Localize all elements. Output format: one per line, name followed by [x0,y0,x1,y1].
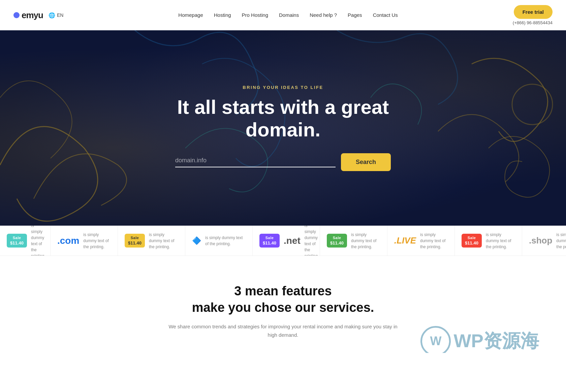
globe-icon: 🌐 [49,12,55,19]
domain-ext-live: .LIVE [394,235,416,246]
nav-hosting[interactable]: Hosting [214,12,231,18]
domain-desc-net: is simply dummy text of the printing. [305,226,319,256]
sale-badge-2: Sale $11.40 [125,234,145,248]
nav-need-help[interactable]: Need help ? [310,12,337,18]
navbar-left: emyu 🌐 EN [13,10,63,21]
features-section: 3 mean features make you chose our servi… [0,256,566,353]
lang-label: EN [57,12,63,18]
hero-content: BRING YOUR IDEAS TO LIFE It all starts w… [0,85,566,171]
domain-card-live[interactable]: .LIVE is simply dummy text of the printi… [387,226,455,256]
domain-card-partial3[interactable]: Sale $11.40 is simply dummy text of the … [320,226,387,256]
co-icon: 🔷 [192,236,201,245]
wp-circle-icon: W [420,326,451,353]
domain-desc-live: is simply dummy text of the printing. [420,232,448,250]
free-trial-button[interactable]: Free trial [514,5,553,19]
phone-number: (+866) 96-88554434 [513,20,553,25]
navbar: emyu 🌐 EN Homepage Hosting Pro Hosting D… [0,0,566,30]
logo[interactable]: emyu [13,10,43,21]
nav-domains[interactable]: Domains [279,12,299,18]
domain-ext-com: .com [57,235,79,246]
search-input-wrap [175,157,336,167]
sale-badge-red: Sale $11.40 [462,234,482,248]
features-title: 3 mean features make you chose our servi… [13,283,553,316]
domain-card-partial2[interactable]: Sale $11.40 is simply dummy text of the … [118,226,185,256]
nav-homepage[interactable]: Homepage [178,12,203,18]
navbar-right: Free trial (+866) 96-88554434 [513,5,553,25]
domain-desc-1: is simply dummy text of the printing. [31,226,45,256]
language-button[interactable]: 🌐 EN [49,12,63,19]
wp-watermark: W WP资源海 [420,326,539,353]
sale-badge-1: Sale $11.40 [7,234,27,248]
domain-desc-com: is simply dummy text of the printing. [83,232,111,250]
hero-title-line1: It all starts with a great [177,96,389,118]
domain-card-net[interactable]: Sale $11.40 .net is simply dummy text of… [253,226,320,256]
sale-badge-green: Sale $11.40 [327,234,347,248]
features-title-line1: 3 mean features [234,284,332,298]
search-button[interactable]: Search [341,153,391,171]
domain-strip: Sale $11.40 is simply dummy text of the … [0,226,566,256]
domain-desc-shop: is simply dummy text of the printing. [556,232,566,250]
hero-section: BRING YOUR IDEAS TO LIFE It all starts w… [0,30,566,226]
search-bar: Search [175,153,391,171]
features-description: We share common trends and strategies fo… [165,322,401,339]
domain-desc-partial3: is simply dummy text of the printing. [351,232,380,250]
nav-pages[interactable]: Pages [348,12,362,18]
domain-card-com[interactable]: .com is simply dummy text of the printin… [51,226,118,256]
sale-badge-net: Sale $11.40 [259,234,280,248]
features-title-line2: make you chose our services. [192,300,374,315]
hero-subtitle: BRING YOUR IDEAS TO LIFE [0,85,566,90]
domain-desc-co: is simply dummy text of the printing. [205,235,246,247]
domain-card-partial4[interactable]: Sale $11.40 is simply dummy text of the … [455,226,522,256]
domain-desc-partial4: is simply dummy text of the printing. [486,232,515,250]
domain-card-partial1[interactable]: Sale $11.40 is simply dummy text of the … [0,226,51,256]
domain-ext-net: .net [284,235,301,246]
hero-title: It all starts with a great domain. [0,96,566,141]
domain-search-input[interactable] [175,157,336,164]
logo-text: emyu [22,10,43,21]
domain-desc-partial2: is simply dummy text of the printing. [149,232,178,250]
nav-links: Homepage Hosting Pro Hosting Domains Nee… [178,12,398,18]
nav-pro-hosting[interactable]: Pro Hosting [242,12,268,18]
logo-dot-icon [13,12,20,18]
domain-card-co[interactable]: 🔷 is simply dummy text of the printing. [185,226,253,256]
wp-text-icon: WP资源海 [453,329,539,353]
hero-title-line2: domain. [246,119,320,140]
domain-ext-shop: .shop [529,235,552,246]
nav-contact-us[interactable]: Contact Us [373,12,398,18]
domain-card-shop[interactable]: .shop is simply dummy text of the printi… [522,226,566,256]
